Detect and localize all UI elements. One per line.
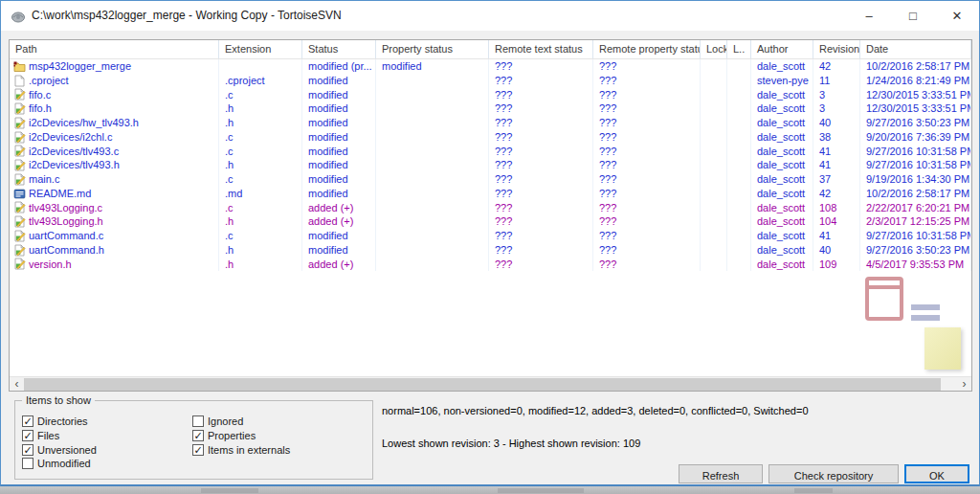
column-header-remote-text-status[interactable]: Remote text status <box>489 40 593 58</box>
table-row[interactable]: README.md.mdmodified??????dale_scott4210… <box>10 187 971 201</box>
cell-revision: 40 <box>813 116 860 130</box>
maximize-button[interactable]: □ <box>891 1 935 31</box>
column-header-revision[interactable]: Revision <box>813 40 860 58</box>
cell-property_status <box>376 243 489 258</box>
cell-revision: 41 <box>813 158 860 172</box>
cell-date: 9/27/2016 10:31:58 PM <box>860 158 971 172</box>
cell-revision: 3 <box>813 88 860 102</box>
file-path-text: tlv493Logging.c <box>29 201 102 215</box>
scroll-right-icon[interactable]: › <box>957 377 971 392</box>
table-row[interactable]: msp432logger_mergemodified (pr...modifie… <box>10 59 971 74</box>
checked-checkbox-icon[interactable]: ✓ <box>22 444 33 456</box>
table-row[interactable]: tlv493Logging.h.hadded (+)??????dale_sco… <box>10 214 971 229</box>
check-repository-button[interactable]: Check repository <box>768 464 899 483</box>
cell-extension: .md <box>219 187 302 201</box>
cell-l <box>727 88 751 102</box>
cell-l <box>727 201 751 215</box>
file-code-icon <box>13 258 26 270</box>
checkbox-label: Unversioned <box>37 444 97 456</box>
cell-date: 9/27/2016 3:50:23 PM <box>860 243 971 258</box>
cell-author: dale_scott <box>751 158 813 172</box>
cell-remote_text_status: ??? <box>489 201 593 215</box>
unchecked-checkbox-icon[interactable] <box>192 415 204 427</box>
cell-l <box>727 229 751 243</box>
cell-property_status: modified <box>376 59 489 74</box>
table-row[interactable]: tlv493Logging.c.cadded (+)??????dale_sco… <box>10 201 971 215</box>
cell-path: fifo.h <box>10 101 219 116</box>
close-button[interactable]: ✕ <box>935 1 979 31</box>
cell-path: README.md <box>10 187 219 201</box>
cell-remote_property_status: ??? <box>593 116 701 130</box>
checkbox-label: Items in externals <box>208 444 290 456</box>
column-header-remote-property-status[interactable]: Remote property status <box>593 40 701 58</box>
minimize-button[interactable]: – <box>847 1 891 31</box>
table-row[interactable]: i2cDevices/tlv493.h.hmodified??????dale_… <box>10 158 971 172</box>
cell-author: dale_scott <box>751 145 813 159</box>
table-row[interactable]: fifo.h.hmodified??????dale_scott312/30/2… <box>10 101 971 116</box>
checked-checkbox-icon[interactable]: ✓ <box>22 415 33 427</box>
cell-extension: .h <box>219 116 302 130</box>
table-row[interactable]: fifo.c.cmodified??????dale_scott312/30/2… <box>10 88 971 102</box>
column-header-date[interactable]: Date <box>860 40 971 58</box>
column-header-extension[interactable]: Extension <box>219 40 302 58</box>
watermark-equals-bar <box>911 304 940 310</box>
cell-remote_text_status: ??? <box>489 116 593 130</box>
table-row[interactable]: .cproject.cprojectmodified??????steven-p… <box>10 74 971 88</box>
cell-extension: .h <box>219 101 302 116</box>
cell-date: 10/2/2016 2:58:17 PM <box>860 59 971 74</box>
column-header-property-status[interactable]: Property status <box>376 40 489 58</box>
cell-extension: .c <box>219 88 302 102</box>
column-header-path[interactable]: Path <box>10 40 219 58</box>
cell-l <box>727 187 751 201</box>
file-code-icon <box>13 201 26 213</box>
column-header-lock[interactable]: Lock <box>701 40 727 58</box>
checked-checkbox-icon[interactable]: ✓ <box>22 430 33 441</box>
checkbox-items-in-externals[interactable]: ✓Items in externals <box>192 442 290 457</box>
column-header-author[interactable]: Author <box>751 40 813 58</box>
cell-status: modified <box>302 74 376 88</box>
column-header-l-[interactable]: L.. <box>727 40 751 58</box>
checkbox-files[interactable]: ✓Files <box>22 429 97 443</box>
checkbox-directories[interactable]: ✓Directories <box>22 415 97 429</box>
unchecked-checkbox-icon[interactable] <box>22 458 33 469</box>
cell-revision: 3 <box>813 101 860 116</box>
cell-remote_property_status: ??? <box>593 74 701 88</box>
table-row[interactable]: i2cDevices/tlv493.c.cmodified??????dale_… <box>10 145 971 159</box>
cell-lock <box>701 145 727 159</box>
cell-l <box>727 130 751 145</box>
checkbox-properties[interactable]: ✓Properties <box>192 429 290 443</box>
refresh-button[interactable]: Refresh <box>679 464 763 483</box>
cell-extension: .cproject <box>219 74 302 88</box>
file-code-icon <box>13 145 26 157</box>
table-row[interactable]: version.h.hadded (+)??????dale_scott1094… <box>10 258 971 272</box>
scroll-left-icon[interactable]: ‹ <box>10 377 24 392</box>
cell-author: dale_scott <box>751 88 813 102</box>
table-row[interactable]: i2cDevices/hw_tlv493.h.hmodified??????da… <box>10 116 971 130</box>
scrollbar-thumb[interactable] <box>24 378 941 391</box>
checked-checkbox-icon[interactable]: ✓ <box>192 430 204 441</box>
cell-status: added (+) <box>302 214 376 229</box>
file-path-text: i2cDevices/hw_tlv493.h <box>29 116 139 130</box>
table-row[interactable]: uartCommand.h.hmodified??????dale_scott4… <box>10 243 971 258</box>
cell-lock <box>701 59 727 74</box>
table-row[interactable]: main.c.cmodified??????dale_scott379/19/2… <box>10 172 971 187</box>
cell-status: modified (pr... <box>302 59 376 74</box>
cell-lock <box>701 258 727 272</box>
checkbox-unversioned[interactable]: ✓Unversioned <box>22 442 97 457</box>
cell-property_status <box>376 101 489 116</box>
cell-l <box>727 145 751 159</box>
titlebar[interactable]: C:\work\msp432logger_merge - Working Cop… <box>1 1 979 31</box>
table-row[interactable]: i2cDevices/i2chl.c.cmodified??????dale_s… <box>10 130 971 145</box>
checkbox-unmodified[interactable]: Unmodified <box>22 457 97 471</box>
screenshot-stage: C:\work\msp432logger_merge - Working Cop… <box>0 0 980 494</box>
checkbox-ignored[interactable]: Ignored <box>192 415 290 429</box>
table-row[interactable]: uartCommand.c.cmodified??????dale_scott4… <box>10 229 971 243</box>
checked-checkbox-icon[interactable]: ✓ <box>192 444 204 456</box>
file-code-icon <box>13 117 26 129</box>
cell-extension: .c <box>219 130 302 145</box>
cell-path: i2cDevices/i2chl.c <box>10 130 219 145</box>
column-header-status[interactable]: Status <box>302 40 376 58</box>
file-path-text: i2cDevices/tlv493.h <box>29 158 120 172</box>
horizontal-scrollbar[interactable]: ‹ › <box>10 376 971 391</box>
ok-button[interactable]: OK <box>904 464 969 483</box>
